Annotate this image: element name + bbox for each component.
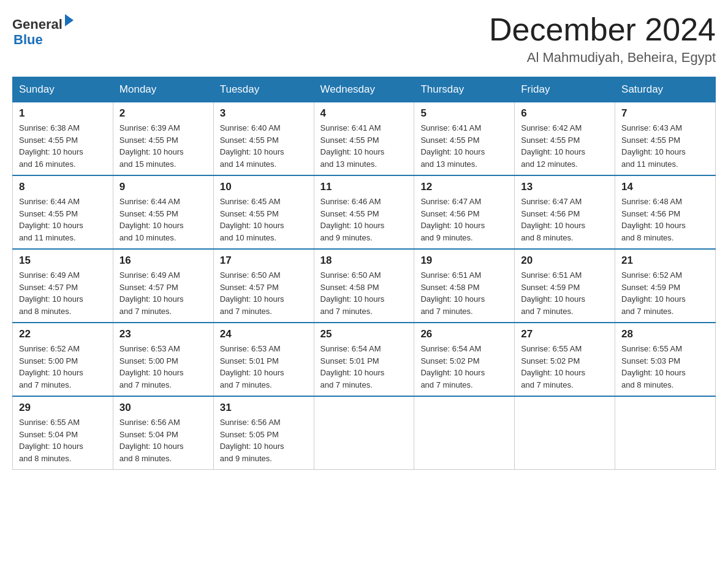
calendar-cell: 24Sunrise: 6:53 AM Sunset: 5:01 PM Dayli… [213, 323, 314, 396]
calendar-cell: 4Sunrise: 6:41 AM Sunset: 4:55 PM Daylig… [314, 102, 414, 176]
calendar-cell [515, 396, 615, 470]
title-area: December 2024 Al Mahmudiyah, Beheira, Eg… [489, 12, 716, 66]
calendar-week-2: 8Sunrise: 6:44 AM Sunset: 4:55 PM Daylig… [13, 175, 716, 249]
day-number: 29 [19, 402, 107, 414]
day-info: Sunrise: 6:56 AM Sunset: 5:04 PM Dayligh… [119, 416, 207, 464]
day-number: 28 [621, 328, 709, 340]
calendar-cell: 13Sunrise: 6:47 AM Sunset: 4:56 PM Dayli… [515, 175, 615, 249]
day-info: Sunrise: 6:39 AM Sunset: 4:55 PM Dayligh… [119, 122, 207, 170]
day-info: Sunrise: 6:47 AM Sunset: 4:56 PM Dayligh… [420, 196, 508, 243]
day-info: Sunrise: 6:51 AM Sunset: 4:58 PM Dayligh… [420, 269, 508, 317]
calendar-cell: 11Sunrise: 6:46 AM Sunset: 4:55 PM Dayli… [314, 175, 414, 249]
day-number: 9 [119, 181, 207, 193]
day-info: Sunrise: 6:42 AM Sunset: 4:55 PM Dayligh… [521, 122, 609, 170]
calendar-cell: 14Sunrise: 6:48 AM Sunset: 4:56 PM Dayli… [615, 175, 716, 249]
day-info: Sunrise: 6:43 AM Sunset: 4:55 PM Dayligh… [621, 122, 709, 170]
day-number: 14 [621, 181, 709, 193]
day-number: 16 [119, 255, 207, 267]
header-friday: Friday [515, 77, 615, 102]
day-info: Sunrise: 6:54 AM Sunset: 5:01 PM Dayligh… [320, 343, 408, 391]
header-tuesday: Tuesday [213, 77, 314, 102]
calendar-cell: 2Sunrise: 6:39 AM Sunset: 4:55 PM Daylig… [113, 102, 213, 176]
calendar-cell: 3Sunrise: 6:40 AM Sunset: 4:55 PM Daylig… [213, 102, 314, 176]
day-number: 25 [320, 328, 408, 340]
calendar-cell: 26Sunrise: 6:54 AM Sunset: 5:02 PM Dayli… [414, 323, 515, 396]
header-sunday: Sunday [13, 77, 113, 102]
calendar-week-4: 22Sunrise: 6:52 AM Sunset: 5:00 PM Dayli… [13, 323, 716, 396]
header-monday: Monday [113, 77, 213, 102]
calendar-cell: 23Sunrise: 6:53 AM Sunset: 5:00 PM Dayli… [113, 323, 213, 396]
day-number: 6 [521, 107, 609, 120]
day-number: 24 [220, 328, 308, 340]
day-number: 1 [19, 107, 107, 120]
calendar-header: Sunday Monday Tuesday Wednesday Thursday… [13, 77, 716, 102]
calendar-cell: 5Sunrise: 6:41 AM Sunset: 4:55 PM Daylig… [414, 102, 515, 176]
day-number: 13 [521, 181, 609, 193]
calendar-cell: 10Sunrise: 6:45 AM Sunset: 4:55 PM Dayli… [213, 175, 314, 249]
calendar-cell: 28Sunrise: 6:55 AM Sunset: 5:03 PM Dayli… [615, 323, 716, 396]
day-number: 19 [420, 255, 508, 267]
calendar-cell: 8Sunrise: 6:44 AM Sunset: 4:55 PM Daylig… [13, 175, 113, 249]
day-number: 31 [220, 402, 308, 414]
day-number: 17 [220, 255, 308, 267]
calendar-cell: 7Sunrise: 6:43 AM Sunset: 4:55 PM Daylig… [615, 102, 716, 176]
calendar-week-1: 1Sunrise: 6:38 AM Sunset: 4:55 PM Daylig… [13, 102, 716, 176]
calendar-cell: 15Sunrise: 6:49 AM Sunset: 4:57 PM Dayli… [13, 249, 113, 323]
day-number: 7 [621, 107, 709, 120]
day-info: Sunrise: 6:49 AM Sunset: 4:57 PM Dayligh… [19, 269, 107, 317]
day-number: 23 [119, 328, 207, 340]
calendar-cell: 31Sunrise: 6:56 AM Sunset: 5:05 PM Dayli… [213, 396, 314, 470]
calendar-cell: 21Sunrise: 6:52 AM Sunset: 4:59 PM Dayli… [615, 249, 716, 323]
day-info: Sunrise: 6:50 AM Sunset: 4:58 PM Dayligh… [320, 269, 408, 317]
calendar-cell: 19Sunrise: 6:51 AM Sunset: 4:58 PM Dayli… [414, 249, 515, 323]
day-info: Sunrise: 6:44 AM Sunset: 4:55 PM Dayligh… [119, 196, 207, 243]
location-text: Al Mahmudiyah, Beheira, Egypt [489, 50, 716, 66]
header-wednesday: Wednesday [314, 77, 414, 102]
day-number: 5 [420, 107, 508, 120]
day-number: 11 [320, 181, 408, 193]
header-saturday: Saturday [615, 77, 716, 102]
day-number: 4 [320, 107, 408, 120]
day-info: Sunrise: 6:46 AM Sunset: 4:55 PM Dayligh… [320, 196, 408, 243]
day-info: Sunrise: 6:49 AM Sunset: 4:57 PM Dayligh… [119, 269, 207, 317]
calendar-week-5: 29Sunrise: 6:55 AM Sunset: 5:04 PM Dayli… [13, 396, 716, 470]
day-number: 8 [19, 181, 107, 193]
day-info: Sunrise: 6:56 AM Sunset: 5:05 PM Dayligh… [220, 416, 308, 464]
day-number: 10 [220, 181, 308, 193]
calendar-cell: 18Sunrise: 6:50 AM Sunset: 4:58 PM Dayli… [314, 249, 414, 323]
calendar-cell: 1Sunrise: 6:38 AM Sunset: 4:55 PM Daylig… [13, 102, 113, 176]
calendar-body: 1Sunrise: 6:38 AM Sunset: 4:55 PM Daylig… [13, 102, 716, 470]
day-number: 2 [119, 107, 207, 120]
day-number: 30 [119, 402, 207, 414]
calendar-cell: 16Sunrise: 6:49 AM Sunset: 4:57 PM Dayli… [113, 249, 213, 323]
calendar-cell: 29Sunrise: 6:55 AM Sunset: 5:04 PM Dayli… [13, 396, 113, 470]
logo-text-general: General [12, 17, 63, 32]
day-info: Sunrise: 6:53 AM Sunset: 5:00 PM Dayligh… [119, 343, 207, 391]
calendar-cell [615, 396, 716, 470]
day-number: 12 [420, 181, 508, 193]
calendar-cell: 12Sunrise: 6:47 AM Sunset: 4:56 PM Dayli… [414, 175, 515, 249]
day-info: Sunrise: 6:41 AM Sunset: 4:55 PM Dayligh… [320, 122, 408, 170]
calendar-cell [314, 396, 414, 470]
day-info: Sunrise: 6:48 AM Sunset: 4:56 PM Dayligh… [621, 196, 709, 243]
page-header: General Blue December 2024 Al Mahmudiyah… [12, 12, 716, 66]
month-title: December 2024 [489, 12, 716, 47]
day-number: 3 [220, 107, 308, 120]
day-info: Sunrise: 6:54 AM Sunset: 5:02 PM Dayligh… [420, 343, 508, 391]
day-info: Sunrise: 6:50 AM Sunset: 4:57 PM Dayligh… [220, 269, 308, 317]
calendar-cell: 30Sunrise: 6:56 AM Sunset: 5:04 PM Dayli… [113, 396, 213, 470]
header-thursday: Thursday [414, 77, 515, 102]
day-info: Sunrise: 6:51 AM Sunset: 4:59 PM Dayligh… [521, 269, 609, 317]
calendar-cell: 6Sunrise: 6:42 AM Sunset: 4:55 PM Daylig… [515, 102, 615, 176]
day-info: Sunrise: 6:45 AM Sunset: 4:55 PM Dayligh… [220, 196, 308, 243]
logo-text-blue: Blue [13, 32, 43, 48]
calendar-cell: 22Sunrise: 6:52 AM Sunset: 5:00 PM Dayli… [13, 323, 113, 396]
logo: General Blue [12, 17, 74, 48]
day-number: 15 [19, 255, 107, 267]
day-info: Sunrise: 6:41 AM Sunset: 4:55 PM Dayligh… [420, 122, 508, 170]
day-info: Sunrise: 6:55 AM Sunset: 5:04 PM Dayligh… [19, 416, 107, 464]
days-of-week-row: Sunday Monday Tuesday Wednesday Thursday… [13, 77, 716, 102]
day-number: 21 [621, 255, 709, 267]
day-number: 18 [320, 255, 408, 267]
day-number: 26 [420, 328, 508, 340]
